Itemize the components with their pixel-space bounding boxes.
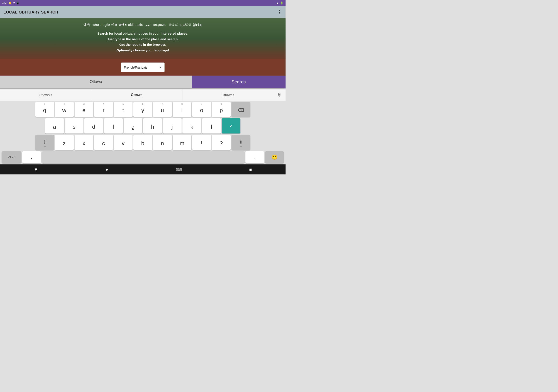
suggestions-row: Ottawa's Ottawa Ottawas 🎙 — [0, 90, 286, 101]
key-c[interactable]: c — [94, 135, 113, 150]
hero-line1: Search for local obituary notices in you… — [9, 31, 277, 36]
keyboard-nav-icon[interactable]: ⌨ — [175, 167, 182, 172]
hero-description: Search for local obituary notices in you… — [9, 31, 277, 53]
key-sym[interactable]: ?123 — [2, 151, 21, 163]
key-n[interactable]: n — [153, 135, 172, 150]
menu-button[interactable]: ⋮ — [277, 9, 282, 15]
key-emoji[interactable]: 🙂 — [265, 151, 284, 163]
status-left: 4:56 🔔 V 📱 — [2, 1, 19, 5]
status-time: 4:56 — [2, 1, 7, 5]
key-p[interactable]: 0 p — [212, 102, 231, 117]
back-nav-icon[interactable]: ▼ — [34, 167, 38, 172]
key-comma[interactable]: , — [22, 151, 41, 163]
key-t[interactable]: 5 t — [114, 102, 132, 117]
dropdown-arrow-icon: ▼ — [159, 66, 162, 69]
key-d[interactable]: d — [84, 118, 103, 134]
key-k[interactable]: k — [183, 118, 201, 134]
key-space[interactable] — [42, 151, 244, 163]
key-w[interactable]: 2 w — [55, 102, 74, 117]
key-v[interactable]: v — [114, 135, 132, 150]
key-period[interactable]: . — [245, 151, 264, 163]
key-question[interactable]: ? — [212, 135, 231, 150]
key-f[interactable]: f — [104, 118, 123, 134]
wifi-icon: ▲ — [276, 1, 279, 5]
notification-icon: 🔔 — [9, 1, 12, 5]
status-right: ▲ 🔋 — [276, 1, 283, 5]
keyboard: 1 q 2 w 3 e 4 r 5 t 6 y — [0, 101, 286, 163]
hero-line3: Get the results in the browser. — [9, 42, 277, 47]
key-exclamation[interactable]: ! — [192, 135, 211, 150]
keyboard-container: Ottawa's Ottawa Ottawas 🎙 1 q 2 w 3 e — [0, 89, 286, 163]
key-e[interactable]: 3 e — [75, 102, 93, 117]
key-z[interactable]: z — [55, 135, 74, 150]
app-bar: LOCAL OBITUARY SEARCH ⋮ — [0, 6, 286, 18]
key-delete[interactable]: ⌫ — [231, 102, 250, 117]
key-enter[interactable]: ✓ — [222, 118, 240, 134]
key-shift-left[interactable]: ⇧ — — [35, 135, 54, 150]
microphone-icon[interactable]: 🎙 — [273, 92, 286, 98]
hero-line4: Optionally choose your language! — [9, 47, 277, 53]
hero-line2: Just type in the name of the place and s… — [9, 36, 277, 42]
key-h[interactable]: h — [143, 118, 162, 134]
battery-icon: 🔋 — [280, 1, 283, 5]
suggestion-ottawas[interactable]: Ottawas — [183, 90, 273, 101]
keyboard-bottom-row: ?123 , . 🙂 — [1, 151, 285, 163]
key-j[interactable]: j — [163, 118, 182, 134]
key-i[interactable]: 8 i — [173, 102, 191, 117]
nav-bar: ▼ ● ⌨ ■ — [0, 164, 286, 174]
sim-icon: 📱 — [16, 1, 19, 5]
language-dropdown[interactable]: French/Français ▼ — [121, 62, 165, 72]
language-selected: French/Français — [124, 66, 147, 69]
hero-banner: 讣告 nécrologie शोक सन्देश obituario نعی н… — [0, 18, 286, 59]
key-o[interactable]: 9 o — [192, 102, 211, 117]
search-row: Search — [0, 76, 286, 89]
key-a[interactable]: a — [45, 118, 64, 134]
app-title: LOCAL OBITUARY SEARCH — [3, 10, 58, 15]
key-l[interactable]: l — [202, 118, 221, 134]
vpn-icon: V — [13, 1, 15, 5]
suggestion-ottawas-possessive[interactable]: Ottawa's — [0, 90, 91, 101]
key-g[interactable]: g — [124, 118, 142, 134]
keyboard-row-1: 1 q 2 w 3 e 4 r 5 t 6 y — [1, 102, 285, 117]
search-button[interactable]: Search — [192, 76, 286, 88]
recent-nav-icon[interactable]: ■ — [249, 167, 252, 172]
key-y[interactable]: 6 y — [133, 102, 152, 117]
key-shift-right[interactable]: ⇧ — — [231, 135, 250, 150]
key-s[interactable]: s — [65, 118, 84, 134]
key-r[interactable]: 4 r — [94, 102, 113, 117]
suggestion-ottawa[interactable]: Ottawa — [91, 90, 182, 101]
check-icon: ✓ — [226, 121, 236, 131]
status-bar: 4:56 🔔 V 📱 ▲ 🔋 — [0, 0, 286, 6]
hero-languages: 讣告 nécrologie शोक सन्देश obituario نعی н… — [9, 23, 277, 27]
keyboard-row-2: a s d f g h j k l — [1, 118, 285, 134]
search-input[interactable] — [0, 76, 192, 88]
key-b[interactable]: b — [133, 135, 152, 150]
language-selector-area: French/Français ▼ — [0, 59, 286, 76]
keyboard-row-3: ⇧ — z x c v b n m — [1, 135, 285, 150]
key-m[interactable]: m — [173, 135, 191, 150]
key-u[interactable]: 7 u — [153, 102, 172, 117]
key-x[interactable]: x — [75, 135, 93, 150]
key-q[interactable]: 1 q — [35, 102, 54, 117]
home-nav-icon[interactable]: ● — [105, 167, 108, 172]
